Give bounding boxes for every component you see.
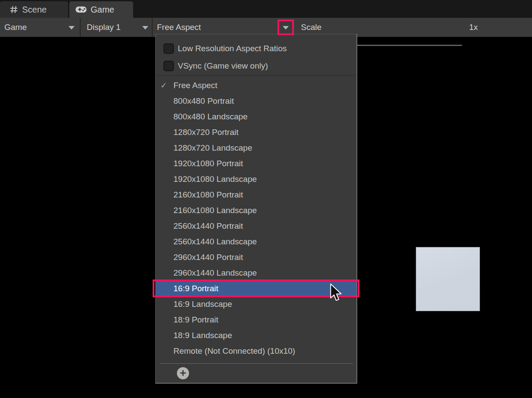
tab-scene-label: Scene — [22, 5, 47, 15]
toolbar-separator — [80, 18, 81, 37]
menu-item-remote[interactable]: Remote (Not Connected) (10x10) — [156, 343, 356, 359]
grid-icon — [10, 5, 18, 14]
scale-value: 1x — [469, 18, 478, 37]
checkbox-icon[interactable] — [163, 43, 174, 54]
tab-game[interactable]: Game — [69, 1, 133, 18]
menu-item-label: 18:9 Portrait — [173, 315, 219, 324]
menu-checkbox-low-res[interactable]: Low Resolution Aspect Ratios — [156, 40, 356, 57]
menu-checkbox-vsync[interactable]: VSync (Game view only) — [156, 57, 356, 75]
toolbar-separator — [152, 18, 153, 37]
menu-item-label: 2560x1440 Portrait — [173, 221, 243, 230]
tab-bar: Scene Game — [0, 0, 532, 18]
mouse-cursor — [330, 283, 343, 305]
menu-item-label: 18:9 Landscape — [173, 331, 232, 340]
checkbox-label: Low Resolution Aspect Ratios — [178, 44, 287, 53]
annotation-box-16-9-portrait — [153, 280, 359, 297]
menu-item-label: 800x480 Landscape — [173, 112, 248, 121]
menu-separator — [156, 75, 356, 76]
game-view-sprite — [416, 247, 480, 311]
menu-item-1280x720-landscape[interactable]: 1280x720 Landscape — [156, 140, 356, 156]
scale-value-text: 1x — [469, 23, 478, 32]
menu-item-label: 1920x1080 Landscape — [173, 174, 257, 184]
scale-label-text: Scale — [301, 23, 322, 32]
menu-item-label: 2160x1080 Landscape — [173, 206, 257, 215]
menu-item-2160x1080-landscape[interactable]: 2160x1080 Landscape — [156, 203, 356, 218]
aspect-ratio-dropdown-label: Free Aspect — [157, 23, 201, 32]
game-menu-label: Game — [4, 23, 27, 32]
menu-item-label: Remote (Not Connected) (10x10) — [173, 346, 295, 355]
menu-item-label: 2160x1080 Portrait — [173, 190, 243, 199]
game-menu-dropdown[interactable]: Game — [4, 18, 27, 37]
chevron-down-icon[interactable] — [69, 26, 75, 30]
menu-item-1920x1080-landscape[interactable]: 1920x1080 Landscape — [156, 171, 356, 187]
menu-item-2960x1440-portrait[interactable]: 2960x1440 Portrait — [156, 250, 356, 265]
menu-item-label: 1280x720 Portrait — [173, 128, 238, 137]
menu-item-18-9-landscape[interactable]: 18:9 Landscape — [156, 328, 356, 343]
menu-item-1280x720-portrait[interactable]: 1280x720 Portrait — [156, 125, 356, 140]
menu-item-label: 1280x720 Landscape — [173, 143, 252, 152]
checkmark-icon: ✓ — [160, 78, 172, 93]
display-dropdown[interactable]: Display 1 — [87, 18, 121, 37]
menu-item-2160x1080-portrait[interactable]: 2160x1080 Portrait — [156, 187, 356, 203]
menu-item-18-9-portrait[interactable]: 18:9 Portrait — [156, 312, 356, 328]
menu-item-2560x1440-portrait[interactable]: 2560x1440 Portrait — [156, 218, 356, 234]
chevron-down-icon[interactable] — [142, 26, 148, 30]
aspect-ratio-menu: Low Resolution Aspect Ratios VSync (Game… — [155, 34, 357, 384]
tab-scene[interactable]: Scene — [0, 1, 68, 18]
tab-game-label: Game — [91, 5, 114, 15]
display-dropdown-label: Display 1 — [87, 23, 121, 32]
checkbox-label: VSync (Game view only) — [178, 61, 268, 71]
menu-item-2560x1440-landscape[interactable]: 2560x1440 Landscape — [156, 234, 356, 250]
gamepad-icon — [75, 6, 87, 13]
menu-item-1920x1080-portrait[interactable]: 1920x1080 Portrait — [156, 156, 356, 171]
annotation-box-dropdown-arrow — [277, 20, 294, 35]
menu-item-label: 2560x1440 Landscape — [173, 237, 257, 246]
menu-item-label: 800x480 Portrait — [173, 96, 234, 105]
menu-item-2960x1440-landscape[interactable]: 2960x1440 Landscape — [156, 265, 356, 281]
checkbox-icon[interactable] — [163, 61, 174, 71]
menu-item-16-9-landscape[interactable]: 16:9 Landscape — [156, 296, 356, 312]
add-aspect-row: + — [156, 364, 356, 383]
menu-item-free-aspect[interactable]: ✓ Free Aspect — [156, 78, 356, 93]
menu-item-label: Free Aspect — [173, 81, 217, 90]
menu-item-label: 1920x1080 Portrait — [173, 159, 243, 168]
menu-item-label: 2960x1440 Portrait — [173, 253, 243, 262]
menu-item-800x480-portrait[interactable]: 800x480 Portrait — [156, 93, 356, 109]
menu-item-800x480-landscape[interactable]: 800x480 Landscape — [156, 109, 356, 125]
menu-item-label: 2960x1440 Landscape — [173, 268, 257, 277]
plus-circle-icon[interactable]: + — [177, 367, 189, 379]
menu-item-label: 16:9 Landscape — [173, 299, 232, 309]
